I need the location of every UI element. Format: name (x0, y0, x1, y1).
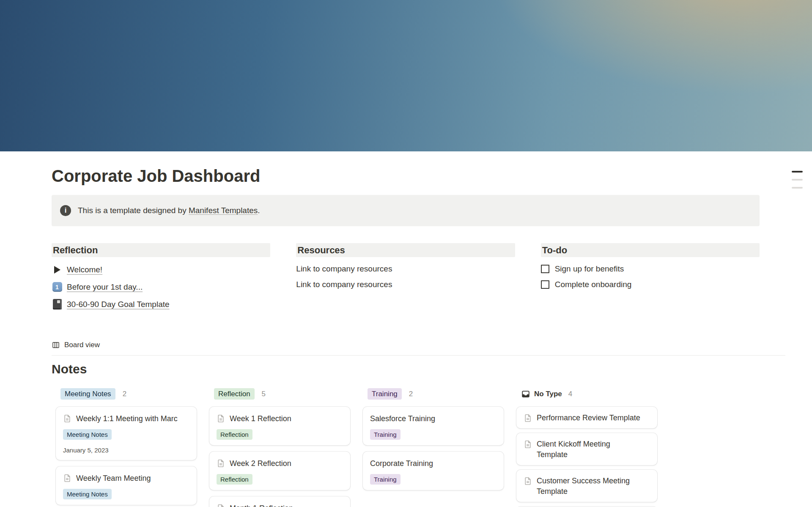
card-tag: Reflection (217, 474, 252, 485)
toc-indicator[interactable] (792, 171, 803, 189)
resources-column: Resources Link to company resources Link… (296, 243, 515, 313)
keycap-1-icon: 1 (52, 282, 62, 292)
card-title: Weekly 1:1 Meeting with Marc (76, 413, 178, 424)
group-pill: Meeting Notes (60, 388, 115, 400)
todo-heading: To-do (541, 243, 760, 257)
group-count: 2 (409, 390, 413, 398)
card-title: Week 2 Reflection (230, 458, 291, 469)
group-name: No Type (534, 390, 562, 398)
page-icon (63, 474, 71, 482)
toc-line-icon (792, 179, 803, 181)
card-date: January 5, 2023 (63, 446, 189, 455)
resources-list: Link to company resources Link to compan… (296, 261, 515, 292)
info-icon: i (60, 205, 71, 216)
card-title: Weekly Team Meeting (76, 473, 151, 484)
page-icon (217, 504, 225, 507)
template-callout: i This is a template designed by Manifes… (52, 195, 760, 226)
reflection-heading: Reflection (52, 243, 270, 257)
page-icon (524, 440, 532, 449)
card-week-2-reflection[interactable]: Week 2 Reflection Reflection (209, 452, 350, 490)
card-tag: Training (370, 429, 401, 440)
todo-label: Complete onboarding (555, 280, 632, 289)
card-title: Corporate Training (370, 458, 433, 469)
card-title: Customer Success Meeting Template (537, 476, 642, 497)
card-weekly-team-meeting[interactable]: Weekly Team Meeting Meeting Notes (56, 466, 197, 505)
page-icon (63, 414, 71, 423)
toc-line-icon (792, 187, 803, 189)
board-column-no-type: No Type 4 Performance Review Template (516, 388, 657, 507)
before-first-day-page-link[interactable]: Before your 1st day... (67, 282, 143, 292)
resources-heading: Resources (296, 243, 515, 257)
resource-link-text: Link to company resources (296, 261, 515, 277)
board-view-tab[interactable]: Board view (52, 341, 100, 349)
page-icon (217, 459, 225, 468)
checkbox-sign-up-for-benefits[interactable] (541, 265, 549, 273)
board-column-meeting-notes: Meeting Notes 2 Weekly 1:1 Meeting with … (56, 388, 197, 507)
kanban-board: Meeting Notes 2 Weekly 1:1 Meeting with … (56, 388, 760, 507)
todo-item: Sign up for benefits (541, 261, 760, 277)
page-icon (217, 414, 225, 423)
board-view-icon (52, 341, 60, 349)
page-content: Corporate Job Dashboard i This is a temp… (0, 165, 812, 507)
view-tabs: Board view (52, 339, 760, 351)
group-pill: Training (368, 388, 402, 400)
manifest-templates-link[interactable]: Manifest Templates (189, 206, 258, 215)
todo-list: Sign up for benefits Complete onboarding (541, 261, 760, 292)
card-title: Week 1 Reflection (230, 413, 291, 424)
card-weekly-11-meeting[interactable]: Weekly 1:1 Meeting with Marc Meeting Not… (56, 407, 197, 460)
page-icon (524, 414, 532, 422)
card-tag: Training (370, 474, 401, 485)
reflection-links: Welcome! 1 Before your 1st day... 30-60-… (52, 261, 270, 313)
card-title: Month 1 Reflection (230, 503, 293, 507)
resource-link-text: Link to company resources (296, 277, 515, 292)
group-header-training[interactable]: Training 2 (368, 388, 504, 400)
card-title: Performance Review Template (537, 413, 640, 423)
todo-column: To-do Sign up for benefits Complete onbo… (541, 243, 760, 313)
callout-text-before: This is a template designed by (78, 206, 189, 215)
welcome-link-row: Welcome! (52, 261, 270, 278)
welcome-page-link[interactable]: Welcome! (67, 265, 102, 274)
board-column-training: Training 2 Salesforce Training Training … (363, 388, 504, 496)
group-count: 4 (568, 390, 572, 398)
board-view-label: Board view (64, 341, 100, 349)
goal-template-page-link[interactable]: 30-60-90 Day Goal Template (67, 300, 170, 309)
card-client-kickoff-meeting-template[interactable]: Client Kickoff Meeting Template (516, 433, 657, 465)
card-tag: Reflection (217, 429, 252, 440)
notion-page: Corporate Job Dashboard i This is a temp… (0, 0, 812, 507)
group-header-meeting-notes[interactable]: Meeting Notes 2 (60, 388, 197, 400)
card-week-1-reflection[interactable]: Week 1 Reflection Reflection (209, 407, 350, 445)
checkbox-complete-onboarding[interactable] (541, 280, 549, 289)
card-month-1-reflection[interactable]: Month 1 Reflection (209, 496, 350, 507)
todo-item: Complete onboarding (541, 277, 760, 292)
group-count: 2 (123, 390, 126, 398)
board-column-reflection: Reflection 5 Week 1 Reflection Reflect (209, 388, 350, 507)
callout-text: This is a template designed by Manifest … (78, 206, 260, 215)
divider (52, 355, 785, 356)
page-title[interactable]: Corporate Job Dashboard (52, 165, 760, 186)
card-tag: Meeting Notes (63, 489, 112, 499)
notebook-icon (53, 299, 62, 310)
card-title: Client Kickoff Meeting Template (537, 439, 642, 460)
group-count: 5 (262, 390, 266, 398)
group-header-no-type[interactable]: No Type 4 (521, 388, 657, 400)
page-icon (524, 477, 532, 485)
cover-image (0, 0, 812, 151)
board-title[interactable]: Notes (52, 361, 760, 377)
callout-text-after: . (258, 206, 260, 215)
toc-line-icon (792, 171, 803, 173)
top-columns: Reflection Welcome! 1 Before your 1st da… (52, 243, 760, 313)
inbox-icon (521, 389, 530, 399)
group-pill: Reflection (214, 388, 255, 400)
card-performance-review-template[interactable]: Performance Review Template (516, 407, 657, 428)
before-first-day-row: 1 Before your 1st day... (52, 278, 270, 296)
card-salesforce-training[interactable]: Salesforce Training Training (363, 407, 504, 445)
card-tag: Meeting Notes (63, 429, 112, 440)
card-customer-success-meeting-template[interactable]: Customer Success Meeting Template (516, 470, 657, 502)
goal-template-row: 30-60-90 Day Goal Template (52, 296, 270, 313)
todo-label: Sign up for benefits (555, 264, 624, 274)
card-title: Salesforce Training (370, 413, 435, 424)
group-header-reflection[interactable]: Reflection 5 (214, 388, 350, 400)
reflection-column: Reflection Welcome! 1 Before your 1st da… (52, 243, 270, 313)
card-corporate-training[interactable]: Corporate Training Training (363, 452, 504, 490)
toggle-triangle-icon[interactable] (54, 266, 60, 274)
